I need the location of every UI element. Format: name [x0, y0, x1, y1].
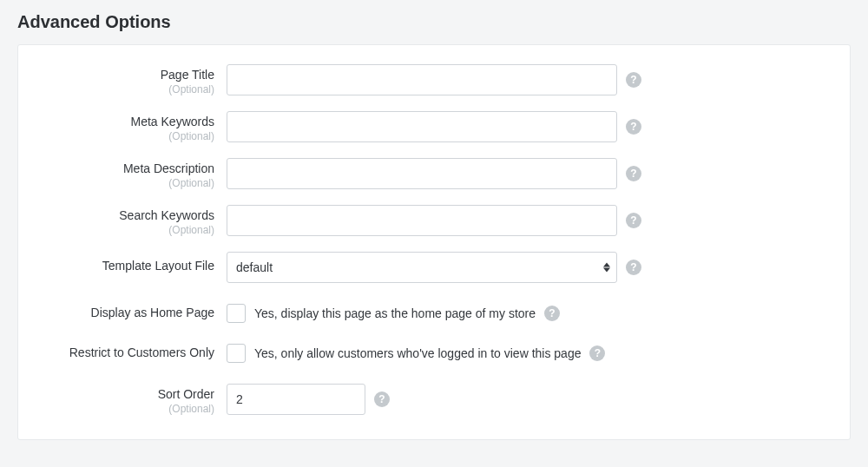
label-text: Sort Order: [44, 387, 214, 401]
template-layout-select[interactable]: default: [227, 252, 617, 283]
help-icon[interactable]: ?: [544, 306, 560, 321]
label-text: Meta Keywords: [44, 115, 214, 128]
optional-text: (Optional): [44, 177, 214, 189]
field-sort-order: ?: [227, 384, 390, 415]
label-display-home: Display as Home Page: [44, 304, 227, 319]
row-display-home: Display as Home Page Yes, display this p…: [44, 304, 824, 323]
field-restrict-customers: Yes, only allow customers who've logged …: [227, 344, 605, 363]
optional-text: (Optional): [44, 224, 214, 236]
page-title-input[interactable]: [227, 64, 617, 95]
display-home-checkbox[interactable]: [227, 304, 246, 323]
field-meta-keywords: ?: [227, 111, 641, 142]
label-text: Page Title: [44, 68, 214, 82]
advanced-options-section: Advanced Options Page Title (Optional) ?…: [0, 0, 868, 457]
restrict-customers-text: Yes, only allow customers who've logged …: [254, 346, 581, 360]
row-meta-keywords: Meta Keywords (Optional) ?: [44, 111, 824, 142]
section-title: Advanced Options: [17, 12, 851, 32]
template-layout-select-wrap: default: [227, 252, 617, 283]
label-text: Restrict to Customers Only: [44, 345, 214, 359]
search-keywords-input[interactable]: [227, 205, 617, 236]
optional-text: (Optional): [44, 83, 214, 95]
field-display-home: Yes, display this page as the home page …: [227, 304, 560, 323]
optional-text: (Optional): [44, 403, 214, 415]
row-search-keywords: Search Keywords (Optional) ?: [44, 205, 824, 236]
restrict-customers-checkbox[interactable]: [227, 344, 246, 363]
row-template-layout: Template Layout File default ?: [44, 252, 824, 283]
optional-text: (Optional): [44, 130, 214, 142]
help-icon[interactable]: ?: [626, 260, 641, 275]
meta-description-input[interactable]: [227, 158, 617, 189]
label-restrict-customers: Restrict to Customers Only: [44, 344, 227, 359]
row-meta-description: Meta Description (Optional) ?: [44, 158, 824, 189]
label-text: Meta Description: [44, 161, 214, 175]
help-icon[interactable]: ?: [589, 345, 605, 361]
display-home-text: Yes, display this page as the home page …: [254, 306, 536, 320]
field-page-title: ?: [227, 64, 641, 95]
label-template-layout: Template Layout File: [44, 252, 227, 273]
sort-order-input[interactable]: [227, 384, 365, 415]
help-icon[interactable]: ?: [626, 119, 641, 135]
row-sort-order: Sort Order (Optional) ?: [44, 384, 824, 415]
help-icon[interactable]: ?: [374, 391, 390, 407]
label-search-keywords: Search Keywords (Optional): [44, 205, 227, 236]
row-page-title: Page Title (Optional) ?: [44, 64, 824, 95]
help-icon[interactable]: ?: [626, 72, 641, 88]
label-page-title: Page Title (Optional): [44, 64, 227, 95]
help-icon[interactable]: ?: [626, 213, 641, 228]
field-template-layout: default ?: [227, 252, 641, 283]
field-search-keywords: ?: [227, 205, 641, 236]
label-text: Search Keywords: [44, 208, 214, 222]
label-meta-keywords: Meta Keywords (Optional): [44, 111, 227, 142]
label-text: Template Layout File: [44, 259, 214, 273]
field-meta-description: ?: [227, 158, 641, 189]
row-restrict-customers: Restrict to Customers Only Yes, only all…: [44, 344, 824, 363]
label-sort-order: Sort Order (Optional): [44, 384, 227, 415]
label-meta-description: Meta Description (Optional): [44, 158, 227, 189]
advanced-options-panel: Page Title (Optional) ? Meta Keywords (O…: [17, 44, 851, 440]
label-text: Display as Home Page: [44, 306, 214, 319]
help-icon[interactable]: ?: [626, 166, 641, 181]
meta-keywords-input[interactable]: [227, 111, 617, 142]
